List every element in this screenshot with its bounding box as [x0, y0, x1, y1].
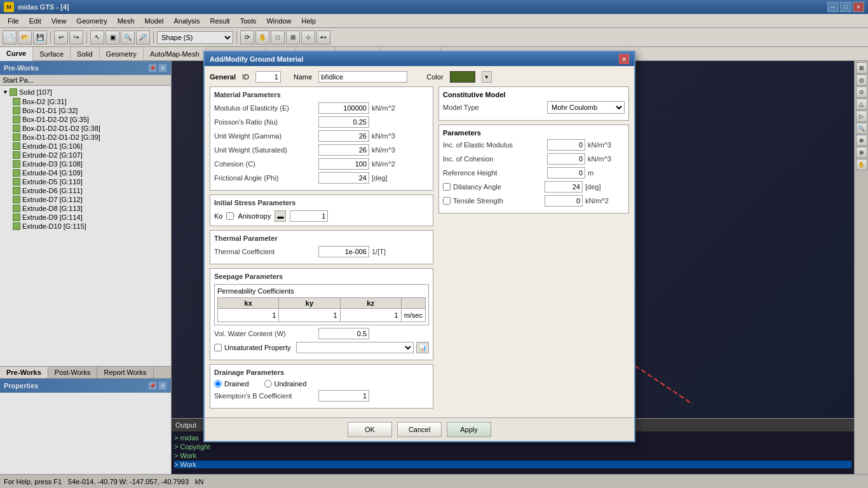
seepage-title: Seepage Parameters	[214, 273, 429, 280]
unsat-checkbox[interactable]	[214, 344, 222, 351]
unit-weight-sat-unit: kN/m^3	[372, 146, 403, 154]
material-params-title: Material Parameters	[214, 91, 429, 98]
vol-water-label: Vol. Water Content (W)	[214, 330, 316, 337]
color-picker-btn[interactable]	[450, 71, 475, 83]
tensile-label: Tensile Strength	[453, 197, 542, 205]
tensile-input[interactable]	[545, 195, 583, 207]
kz-input[interactable]	[341, 309, 400, 321]
thermal-input[interactable]	[318, 246, 369, 257]
general-label: General	[210, 73, 236, 81]
dilatancy-checkbox[interactable]	[443, 183, 451, 191]
drainage-radio-row: Drained Undrained	[214, 380, 429, 388]
material-params-section: Material Parameters Modulus of Elasticit…	[210, 86, 433, 191]
id-label: ID	[242, 73, 249, 81]
thermal-row: Thermal Coefficient 1/[T]	[214, 246, 429, 257]
inc-cohesion-unit: kN/m^3	[588, 155, 620, 163]
elasticity-row: Modulus of Elasticity (E) kN/m^2	[214, 102, 429, 114]
initial-stress-section: Initial Stress Parameters Ko Anisotropy …	[210, 194, 433, 226]
cohesion-unit: kN/m^2	[372, 160, 403, 168]
inc-cohesion-row: Inc. of Cohesion kN/m^3	[443, 153, 625, 165]
dialog-close-btn[interactable]: ✕	[619, 54, 629, 64]
name-label: Name	[294, 73, 312, 81]
unit-weight-sat-row: Unit Weight (Saturated) kN/m^3	[214, 144, 429, 156]
ok-button[interactable]: OK	[348, 422, 392, 437]
vol-water-input[interactable]	[318, 328, 369, 339]
undrained-radio[interactable]	[264, 380, 272, 388]
color-dropdown-btn[interactable]: ▼	[482, 71, 492, 83]
unit-weight-sat-label: Unit Weight (Saturated)	[214, 146, 316, 154]
thermal-unit: 1/[T]	[372, 248, 403, 255]
dilatancy-row: Dilatancy Angle [deg]	[443, 181, 625, 193]
dialog-left-col: Material Parameters Modulus of Elasticit…	[210, 86, 433, 412]
tensile-row: Tensile Strength kN/m^2	[443, 195, 625, 207]
cohesion-label: Cohesion (C)	[214, 160, 316, 168]
friction-input[interactable]	[318, 172, 369, 184]
dialog-title-bar: Add/Modify Ground Material ✕	[205, 52, 634, 66]
permeability-box: Permeability Coefficients kx ky kz	[214, 284, 429, 325]
kx-header: kx	[218, 298, 279, 309]
friction-row: Frictional Angle (Phi) [deg]	[214, 172, 429, 184]
unsat-label: Unsaturated Property	[224, 344, 291, 351]
cohesion-input[interactable]	[318, 158, 369, 170]
inc-cohesion-label: Inc. of Cohesion	[443, 155, 545, 163]
permeability-title: Permeability Coefficients	[217, 287, 426, 295]
dialog-title-text: Add/Modify Ground Material	[210, 55, 303, 63]
ko-label: Ko	[214, 212, 222, 220]
inc-elastic-label: Inc. of Elastic Modulus	[443, 141, 545, 149]
unsat-icon-btn[interactable]: 📊	[416, 342, 429, 353]
cancel-button[interactable]: Cancel	[397, 422, 442, 437]
model-type-label: Model Type	[443, 104, 545, 111]
ref-height-unit: m	[588, 169, 620, 177]
anisotropy-btn[interactable]: ▬	[275, 210, 286, 222]
unit-header	[401, 298, 425, 309]
dialog-add-modify-ground-material: Add/Modify Ground Material ✕ General ID …	[203, 51, 635, 442]
unit-weight-sat-input[interactable]	[318, 144, 369, 156]
unsat-select[interactable]	[296, 342, 414, 353]
model-type-row: Model Type Mohr Coulomb Drucker Prager L…	[443, 101, 625, 114]
elasticity-input[interactable]	[318, 102, 369, 114]
elasticity-unit: kN/m^2	[372, 104, 403, 112]
parameters-box: Parameters Inc. of Elastic Modulus kN/m^…	[438, 125, 629, 214]
apply-button[interactable]: Apply	[447, 422, 491, 437]
tensile-unit: kN/m^2	[585, 197, 617, 205]
skempton-input[interactable]	[318, 390, 369, 402]
dialog-two-col: Material Parameters Modulus of Elasticit…	[210, 86, 629, 412]
ky-input[interactable]	[280, 309, 339, 321]
dilatancy-label: Dilatancy Angle	[453, 183, 542, 191]
drained-radio[interactable]	[214, 380, 222, 388]
kx-input[interactable]	[219, 309, 278, 321]
tensile-checkbox[interactable]	[443, 197, 451, 205]
ref-height-input[interactable]	[547, 167, 585, 179]
thermal-section: Thermal Parameter Thermal Coefficient 1/…	[210, 230, 433, 264]
inc-elastic-unit: kN/m^3	[588, 141, 620, 149]
undrained-label: Undrained	[275, 380, 307, 388]
unit-weight-input[interactable]	[318, 130, 369, 142]
poisson-label: Poisson's Ratio (Nu)	[214, 118, 316, 126]
inc-elastic-input[interactable]	[547, 139, 585, 151]
initial-stress-title: Initial Stress Parameters	[214, 199, 429, 207]
inc-elastic-row: Inc. of Elastic Modulus kN/m^3	[443, 139, 625, 151]
parameters-title: Parameters	[443, 129, 625, 137]
poisson-input[interactable]	[318, 116, 369, 128]
unsat-row: Unsaturated Property 📊	[214, 342, 429, 353]
friction-unit: [deg]	[372, 174, 403, 182]
ko-value-input[interactable]	[290, 210, 328, 222]
kz-header: kz	[340, 298, 401, 309]
dialog-right-col: Constitutive Model Model Type Mohr Coulo…	[438, 86, 629, 412]
dilatancy-input[interactable]	[545, 181, 583, 193]
anisotropy-checkbox[interactable]	[226, 212, 234, 220]
thermal-label: Thermal Coefficient	[214, 248, 316, 255]
seepage-section: Seepage Parameters Permeability Coeffici…	[210, 268, 433, 360]
dialog-buttons: OK Cancel Apply	[205, 417, 634, 441]
inc-cohesion-input[interactable]	[547, 153, 585, 165]
constitutive-model-box: Constitutive Model Model Type Mohr Coulo…	[438, 86, 629, 121]
dialog-content: General ID Name Color ▼ Material Paramet…	[205, 66, 634, 417]
name-input[interactable]	[318, 71, 407, 83]
elasticity-label: Modulus of Elasticity (E)	[214, 104, 316, 112]
drainage-title: Drainage Parameters	[214, 369, 429, 376]
id-input[interactable]	[255, 71, 281, 83]
model-type-select[interactable]: Mohr Coulomb Drucker Prager Linear Elast…	[547, 101, 625, 114]
drainage-section: Drainage Parameters Drained Undrained Sk…	[210, 364, 433, 409]
friction-label: Frictional Angle (Phi)	[214, 174, 316, 182]
color-label: Color	[426, 73, 443, 81]
